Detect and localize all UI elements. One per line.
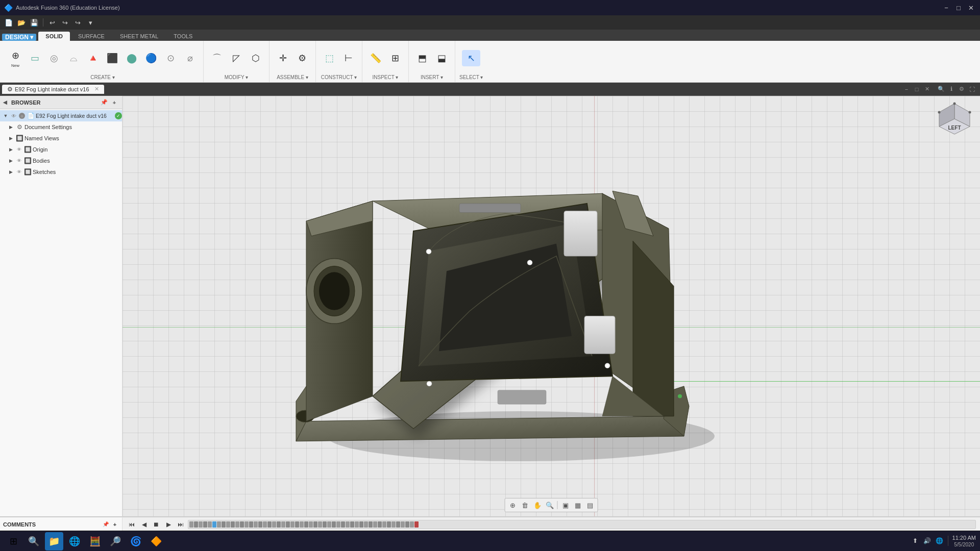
construct-label[interactable]: CONSTRUCT ▾ <box>321 73 357 80</box>
tl-marker[interactable] <box>203 521 207 528</box>
tl-marker[interactable] <box>208 521 212 528</box>
save-button[interactable]: 💾 <box>29 17 40 28</box>
tl-marker[interactable] <box>258 521 262 528</box>
inspect-label[interactable]: INSPECT ▾ <box>373 73 399 80</box>
root-eye[interactable]: 👁 <box>10 112 17 119</box>
taskbar-chrome[interactable]: 🌐 <box>65 532 84 550</box>
tab-search[interactable]: 🔍 <box>937 85 945 93</box>
tl-marker[interactable] <box>244 521 249 528</box>
tab-sheet-metal[interactable]: SHEET METAL <box>113 32 165 41</box>
torus-button[interactable]: ⊙ <box>161 50 180 66</box>
select-button[interactable]: ↖ <box>462 50 480 66</box>
tl-marker[interactable] <box>369 521 373 528</box>
insert-label[interactable]: INSERT ▾ <box>421 73 443 80</box>
timeline-start-button[interactable]: ⏮ <box>127 519 137 530</box>
tl-marker[interactable] <box>217 521 221 528</box>
tl-marker[interactable] <box>194 521 198 528</box>
taskbar-search2[interactable]: 🔎 <box>106 532 125 550</box>
fillet-button[interactable]: ⌒ <box>208 50 226 66</box>
tl-marker[interactable] <box>313 521 317 528</box>
tray-volume-icon[interactable]: 🔊 <box>923 537 932 545</box>
comments-add-button[interactable]: + <box>111 520 119 529</box>
tl-marker[interactable] <box>240 521 244 528</box>
tl-marker[interactable] <box>254 521 258 528</box>
redo-button[interactable]: ↪ <box>59 17 70 28</box>
tl-marker[interactable] <box>378 521 382 528</box>
plane-button[interactable]: ⬚ <box>320 50 338 66</box>
doc-tab-active[interactable]: ⚙ E92 Fog Light intake duct v16 ✕ <box>2 85 104 94</box>
tl-marker[interactable] <box>318 521 322 528</box>
vp-pan-button[interactable]: ✋ <box>532 499 543 511</box>
tl-marker[interactable] <box>323 521 327 528</box>
sphere-button[interactable]: 🔵 <box>142 50 160 66</box>
taskbar-explorer[interactable]: 📁 <box>45 532 63 550</box>
pipe-button[interactable]: ⌀ <box>181 50 199 66</box>
revolve-button[interactable]: ◎ <box>45 50 63 66</box>
cross-section-button[interactable]: ⊞ <box>386 50 404 66</box>
measure-button[interactable]: 📏 <box>366 50 385 66</box>
viewport[interactable]: LEFT ⊕ 🗑 ✋ 🔍 ▣ ▦ ▤ <box>122 96 980 516</box>
tab-solid[interactable]: SOLID <box>38 32 70 41</box>
tl-marker[interactable] <box>387 521 391 528</box>
vp-grid-button[interactable]: ⊕ <box>507 499 519 511</box>
tl-marker[interactable] <box>382 521 386 528</box>
start-button[interactable]: ⊞ <box>4 532 22 550</box>
tl-marker[interactable] <box>272 521 276 528</box>
taskbar-edge[interactable]: 🌀 <box>127 532 145 550</box>
tl-marker[interactable] <box>281 521 285 528</box>
tl-marker[interactable] <box>350 521 354 528</box>
assemble-label[interactable]: ASSEMBLE ▾ <box>277 73 308 80</box>
tree-item-doc-settings[interactable]: ▶ ⚙ Document Settings <box>0 121 122 133</box>
tree-item-named-views[interactable]: ▶ 🔲 Named Views <box>0 133 122 144</box>
tray-upload-icon[interactable]: ⬆ <box>911 537 919 545</box>
tl-marker[interactable] <box>355 521 359 528</box>
tab-maximize[interactable]: □ <box>913 85 921 93</box>
doc-tab-close[interactable]: ✕ <box>94 86 99 92</box>
tl-marker[interactable] <box>231 521 235 528</box>
vp-zoom-button[interactable]: 🔍 <box>544 499 555 511</box>
tl-marker[interactable] <box>401 521 405 528</box>
tl-marker[interactable] <box>410 521 414 528</box>
taskbar-calc[interactable]: 🧮 <box>86 532 104 550</box>
timeline-prev-button[interactable]: ◀ <box>139 519 149 530</box>
tl-marker[interactable] <box>364 521 368 528</box>
browser-add-button[interactable]: + <box>110 98 119 107</box>
cylinder-button[interactable]: ⬤ <box>122 50 141 66</box>
tl-marker[interactable] <box>304 521 308 528</box>
timeline-play-button[interactable]: ▶ <box>163 519 174 530</box>
open-button[interactable]: 📂 <box>16 17 27 28</box>
timeline-end-button[interactable]: ⏭ <box>176 519 186 530</box>
taskbar-search[interactable]: 🔍 <box>24 532 43 550</box>
bodies-eye[interactable]: 👁 <box>15 157 22 164</box>
tl-marker[interactable] <box>295 521 299 528</box>
loft-button[interactable]: 🔺 <box>84 50 102 66</box>
navcube[interactable]: LEFT <box>934 101 975 142</box>
tl-marker[interactable] <box>341 521 345 528</box>
sketches-eye[interactable]: 👁 <box>15 168 22 176</box>
vp-delete-button[interactable]: 🗑 <box>520 499 531 511</box>
tree-item-origin[interactable]: ▶ 👁 🔲 Origin <box>0 144 122 155</box>
chamfer-button[interactable]: ◸ <box>227 50 246 66</box>
box-button[interactable]: ⬛ <box>103 50 121 66</box>
tree-item-sketches[interactable]: ▶ 👁 🔲 Sketches <box>0 166 122 178</box>
comments-pin-button[interactable]: 📌 <box>102 520 110 529</box>
tl-marker[interactable] <box>235 521 239 528</box>
tl-marker[interactable] <box>396 521 400 528</box>
tl-marker[interactable] <box>199 521 203 528</box>
axis-button[interactable]: ⊢ <box>339 50 358 66</box>
tl-marker[interactable] <box>327 521 331 528</box>
tl-marker[interactable] <box>286 521 290 528</box>
tl-marker[interactable] <box>267 521 272 528</box>
tab-minimize[interactable]: − <box>902 85 911 93</box>
browser-expand-icon[interactable]: ◀ <box>3 99 7 105</box>
tl-marker[interactable] <box>263 521 267 528</box>
tab-surface[interactable]: SURFACE <box>71 32 112 41</box>
tl-marker[interactable] <box>405 521 409 528</box>
root-check[interactable]: ○ <box>18 112 26 119</box>
maximize-button[interactable]: □ <box>953 3 964 13</box>
tray-network-icon[interactable]: 🌐 <box>936 537 944 545</box>
vp-display-button[interactable]: ▦ <box>572 499 583 511</box>
insert-svg-button[interactable]: ⬓ <box>432 50 451 66</box>
modify-label[interactable]: MODIFY ▾ <box>225 73 248 80</box>
tl-marker[interactable] <box>346 521 350 528</box>
